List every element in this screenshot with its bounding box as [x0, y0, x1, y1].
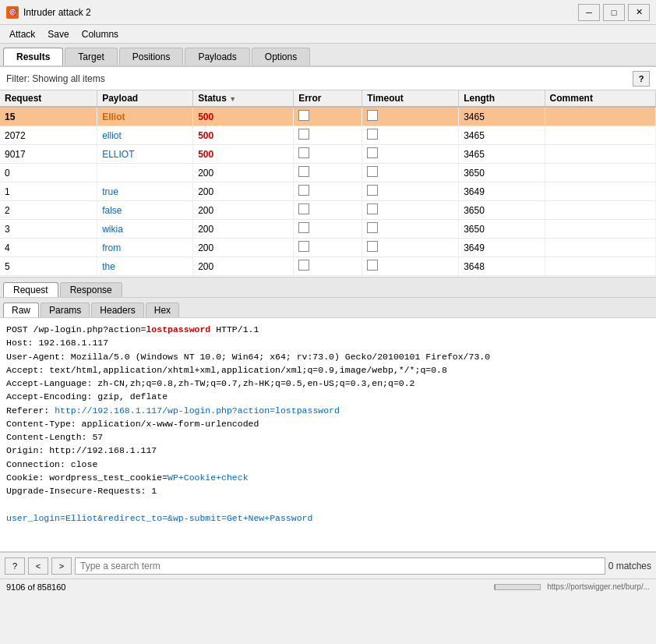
- cell-timeout: [362, 164, 459, 182]
- sub-tab-hex[interactable]: Hex: [146, 303, 179, 317]
- table-row[interactable]: 5 the 200 3648: [0, 257, 656, 276]
- col-status[interactable]: Status ▼: [193, 90, 294, 107]
- cell-comment: [545, 182, 655, 201]
- table-row[interactable]: 4 from 200 3649: [0, 239, 656, 257]
- highlight-link: user_login=Elliot&redirect_to=&wp-submit…: [6, 513, 312, 523]
- cell-status: 200: [193, 276, 294, 278]
- col-comment[interactable]: Comment: [545, 90, 655, 107]
- filter-help-button[interactable]: ?: [633, 71, 650, 87]
- cell-payload: now: [97, 276, 193, 278]
- status-url: https://portswigger.net/burp/...: [547, 582, 650, 591]
- status-progress-fill: [495, 585, 496, 589]
- table-row[interactable]: 6 now 200 3648: [0, 276, 656, 278]
- tab-response[interactable]: Response: [60, 282, 122, 297]
- cell-payload: false: [97, 201, 193, 220]
- table-row[interactable]: 9017 ELLIOT 500 3465: [0, 145, 656, 164]
- cell-payload: from: [97, 239, 193, 257]
- cell-payload: true: [97, 182, 193, 201]
- status-count: 9106 of 858160: [6, 582, 488, 592]
- cell-request: 4: [0, 239, 97, 257]
- cell-request: 3: [0, 220, 97, 239]
- cell-timeout: [362, 220, 459, 239]
- cell-status: 500: [193, 145, 294, 164]
- cell-comment: [545, 220, 655, 239]
- search-input[interactable]: [75, 557, 605, 575]
- col-length[interactable]: Length: [459, 90, 545, 107]
- col-payload[interactable]: Payload: [97, 90, 193, 107]
- col-error[interactable]: Error: [294, 90, 362, 107]
- referer-link: http://192.168.1.117/wp-login.php?action…: [55, 405, 340, 416]
- table-row[interactable]: 15 Elliot 500 3465: [0, 107, 656, 126]
- cell-status: 200: [193, 239, 294, 257]
- cell-request: 0: [0, 164, 97, 182]
- cell-length: 3648: [459, 257, 545, 276]
- menu-save[interactable]: Save: [41, 27, 75, 41]
- cell-payload: the: [97, 257, 193, 276]
- cell-length: 3650: [459, 201, 545, 220]
- cell-length: 3465: [459, 126, 545, 145]
- sub-tab-params[interactable]: Params: [41, 303, 90, 317]
- col-timeout[interactable]: Timeout: [362, 90, 459, 107]
- sub-tab-headers[interactable]: Headers: [91, 303, 143, 317]
- cell-timeout: [362, 182, 459, 201]
- minimize-button[interactable]: ─: [578, 4, 600, 21]
- tab-positions[interactable]: Positions: [119, 48, 184, 65]
- cell-request: 2072: [0, 126, 97, 145]
- status-progress-bar: [494, 584, 541, 590]
- cell-request: 5: [0, 257, 97, 276]
- cell-request: 2: [0, 201, 97, 220]
- sub-tab-raw[interactable]: Raw: [3, 303, 39, 317]
- status-bar: 9106 of 858160 https://portswigger.net/b…: [0, 579, 656, 594]
- cell-status: 500: [193, 126, 294, 145]
- cell-payload: [97, 164, 193, 182]
- col-request[interactable]: Request: [0, 90, 97, 107]
- table-row[interactable]: 2 false 200 3650: [0, 201, 656, 220]
- cell-length: 3649: [459, 239, 545, 257]
- cell-payload: wikia: [97, 220, 193, 239]
- tab-options[interactable]: Options: [252, 48, 310, 65]
- table-row[interactable]: 1 true 200 3649: [0, 182, 656, 201]
- search-prev-button[interactable]: <: [28, 557, 48, 575]
- sub-tab-bar: Raw Params Headers Hex: [0, 298, 656, 318]
- results-table-container: Request Payload Status ▼ Error Timeout L…: [0, 90, 656, 278]
- tab-target[interactable]: Target: [65, 48, 117, 65]
- cell-error: [294, 257, 362, 276]
- table-row[interactable]: 3 wikia 200 3650: [0, 220, 656, 239]
- cell-timeout: [362, 126, 459, 145]
- cell-status: 200: [193, 201, 294, 220]
- table-row[interactable]: 2072 elliot 500 3465: [0, 126, 656, 145]
- req-res-tab-bar: Request Response: [0, 278, 656, 298]
- tab-request[interactable]: Request: [3, 282, 58, 297]
- cell-error: [294, 220, 362, 239]
- search-next-button[interactable]: >: [51, 557, 72, 575]
- filter-bar: Filter: Showing all items ?: [0, 67, 656, 90]
- results-table: Request Payload Status ▼ Error Timeout L…: [0, 90, 656, 278]
- cell-payload: elliot: [97, 126, 193, 145]
- app-icon: 🎯: [6, 6, 19, 19]
- tab-payloads[interactable]: Payloads: [185, 48, 249, 65]
- cell-payload: Elliot: [97, 107, 193, 126]
- cell-timeout: [362, 257, 459, 276]
- cookie-link: WP+Cookie+check: [168, 472, 249, 483]
- request-content: POST /wp-login.php?action=lostpassword H…: [0, 318, 656, 552]
- window-title: Intruder attack 2: [23, 7, 578, 18]
- cell-length: 3650: [459, 164, 545, 182]
- tab-results[interactable]: Results: [3, 48, 63, 65]
- cell-length: 3465: [459, 107, 545, 126]
- cell-status: 200: [193, 182, 294, 201]
- close-button[interactable]: ✕: [628, 4, 650, 21]
- cell-request: 9017: [0, 145, 97, 164]
- menu-attack[interactable]: Attack: [3, 27, 41, 41]
- cell-error: [294, 182, 362, 201]
- search-help-button[interactable]: ?: [5, 557, 25, 575]
- sort-arrow-icon: ▼: [229, 95, 236, 103]
- title-bar: 🎯 Intruder attack 2 ─ □ ✕: [0, 0, 656, 25]
- cell-comment: [545, 239, 655, 257]
- cell-error: [294, 201, 362, 220]
- maximize-button[interactable]: □: [603, 4, 625, 21]
- search-bar: ? < > 0 matches: [0, 552, 656, 579]
- table-row[interactable]: 0 200 3650: [0, 164, 656, 182]
- menu-columns[interactable]: Columns: [76, 27, 125, 41]
- cell-status: 200: [193, 220, 294, 239]
- filter-label: Filter: Showing all items: [6, 73, 633, 84]
